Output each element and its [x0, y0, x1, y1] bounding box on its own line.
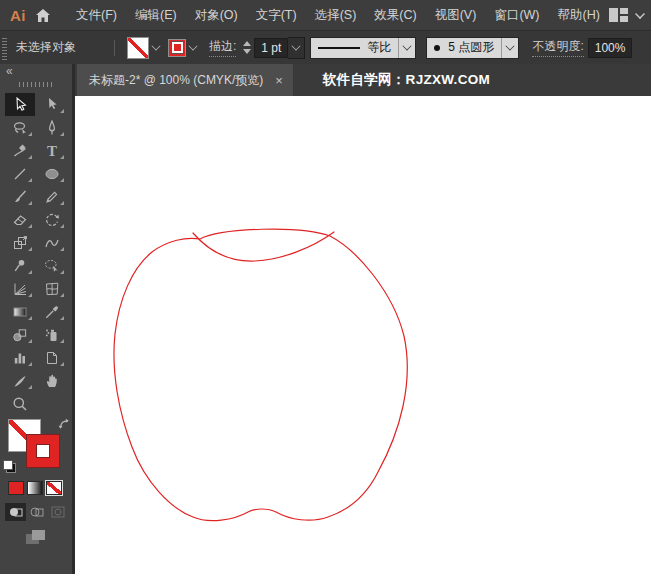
stroke-proxy-red[interactable] [26, 434, 60, 468]
type-tool[interactable]: T [37, 139, 67, 162]
zoom-tool[interactable] [5, 392, 35, 415]
chevron-down-icon [398, 38, 415, 58]
stroke-weight-label[interactable]: 描边: [209, 38, 236, 57]
paintbrush-tool[interactable] [5, 185, 35, 208]
eraser-tool[interactable] [5, 208, 35, 231]
swap-fill-stroke-icon[interactable] [58, 417, 71, 435]
menu-object[interactable]: 对象(O) [186, 7, 247, 24]
uniform-profile-icon [318, 47, 360, 49]
divider [114, 40, 115, 56]
gradient-button[interactable] [27, 481, 43, 495]
fill-color-dropdown[interactable] [127, 37, 160, 59]
document-tab[interactable]: 未标题-2* @ 100% (CMYK/预览) × [77, 64, 293, 96]
apple-dimple-path [193, 232, 334, 261]
drawing-mode-buttons [0, 495, 72, 521]
eyedropper-tool[interactable] [37, 300, 67, 323]
width-profile-label: 等比 [367, 39, 391, 56]
svg-text:T: T [47, 143, 57, 159]
document-tab-bar: 未标题-2* @ 100% (CMYK/预览) × 软件自学网：RJZXW.CO… [75, 64, 651, 96]
menu-select[interactable]: 选择(S) [306, 7, 366, 24]
rotate-tool[interactable] [37, 208, 67, 231]
perspective-grid-tool[interactable] [5, 277, 35, 300]
artboard-tool[interactable] [37, 346, 67, 369]
menu-type[interactable]: 文字(T) [247, 7, 306, 24]
panel-drag-grip[interactable] [19, 82, 53, 87]
stroke-weight-chevron[interactable] [288, 37, 305, 59]
selection-status: 未选择对象 [7, 39, 106, 56]
menu-file[interactable]: 文件(F) [67, 7, 126, 24]
stroke-weight-stepper[interactable] [243, 41, 251, 54]
stroke-red-swatch [168, 39, 186, 57]
ellipse-tool[interactable] [37, 162, 67, 185]
pen-tool[interactable] [37, 116, 67, 139]
chevron-down-icon [188, 41, 197, 50]
direct-selection-tool[interactable] [37, 93, 67, 116]
tools-panel: « T [0, 64, 75, 574]
opacity-field[interactable]: 100% [588, 38, 633, 58]
menu-bar: Ai 文件(F) 编辑(E) 对象(O) 文字(T) 选择(S) 效果(C) 视… [0, 0, 651, 30]
fill-none-swatch [127, 37, 149, 59]
color-type-buttons [0, 475, 72, 495]
symbol-sprayer-tool[interactable] [37, 323, 67, 346]
illustrator-logo: Ai [0, 7, 35, 24]
opacity-label[interactable]: 不透明度: [532, 38, 583, 57]
line-segment-tool[interactable] [5, 162, 35, 185]
pencil-tool[interactable] [37, 185, 67, 208]
curvature-tool[interactable] [5, 139, 35, 162]
none-button[interactable] [46, 481, 62, 495]
workspace-switcher[interactable] [609, 8, 651, 22]
draw-normal-button[interactable] [5, 503, 26, 521]
chevron-down-icon [635, 9, 645, 19]
fill-stroke-proxy [0, 417, 75, 475]
control-bar: 未选择对象 描边: 1 pt 等比 5 点圆形 不透明度: 100% [0, 30, 651, 64]
chevron-down-icon [501, 38, 518, 58]
hand-tool[interactable] [37, 369, 67, 392]
menu-help[interactable]: 帮助(H) [549, 7, 609, 24]
width-profile-dropdown[interactable]: 等比 [310, 37, 416, 59]
magic-wand-tool[interactable] [5, 116, 35, 139]
empty-slot [37, 392, 67, 415]
chevron-down-icon [151, 41, 160, 50]
collapse-panel-icon[interactable]: « [0, 64, 72, 78]
apple-body-path [114, 229, 407, 521]
knife-tool[interactable] [5, 369, 35, 392]
selection-tool[interactable] [5, 93, 35, 116]
puppet-warp-tool[interactable] [5, 254, 35, 277]
home-icon[interactable] [35, 4, 51, 26]
stroke-color-dropdown[interactable] [168, 39, 197, 57]
shape-builder-tool[interactable] [37, 254, 67, 277]
draw-inside-button[interactable] [47, 503, 68, 521]
color-button[interactable] [8, 481, 24, 495]
artboard-canvas[interactable] [75, 96, 651, 574]
column-graph-tool[interactable] [5, 346, 35, 369]
draw-behind-button[interactable] [26, 503, 47, 521]
round-brush-icon [434, 45, 440, 51]
stroke-weight-field[interactable]: 1 pt [254, 38, 288, 58]
workspace-layout-icon [609, 8, 628, 22]
menu-effect[interactable]: 效果(C) [365, 7, 425, 24]
brush-definition-label: 5 点圆形 [448, 39, 494, 56]
close-icon[interactable]: × [275, 74, 283, 87]
menu-edit[interactable]: 编辑(E) [126, 7, 186, 24]
gradient-tool[interactable] [5, 300, 35, 323]
apple-outline-artwork [75, 96, 651, 574]
default-fill-stroke-icon[interactable] [3, 460, 16, 473]
screen-mode-button[interactable] [0, 521, 72, 546]
menu-view[interactable]: 视图(V) [426, 7, 486, 24]
document-tab-title: 未标题-2* @ 100% (CMYK/预览) [89, 72, 263, 89]
watermark-site-text: 软件自学网：RJZXW.COM [323, 71, 490, 89]
scale-tool[interactable] [5, 231, 35, 254]
brush-definition-dropdown[interactable]: 5 点圆形 [426, 37, 519, 59]
mesh-tool[interactable] [37, 277, 67, 300]
width-tool[interactable] [37, 231, 67, 254]
blend-tool[interactable] [5, 323, 35, 346]
menu-window[interactable]: 窗口(W) [485, 7, 548, 24]
